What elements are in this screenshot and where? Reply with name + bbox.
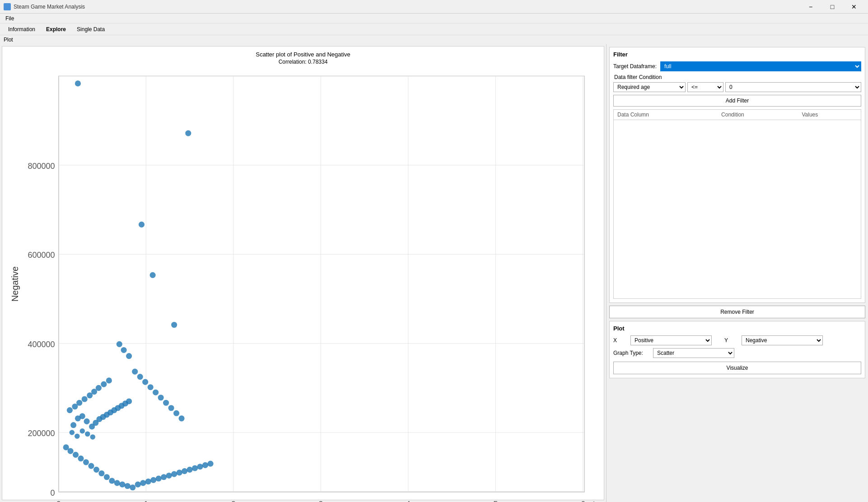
svg-point-100 — [173, 410, 179, 416]
column-select[interactable]: Required age Positive Negative Price DLC… — [613, 82, 686, 92]
svg-point-93 — [137, 374, 143, 380]
section-label: Plot — [0, 35, 868, 44]
app-title: Steam Game Market Analysis — [14, 4, 85, 10]
menu-file[interactable]: File — [2, 14, 18, 23]
svg-point-97 — [158, 395, 164, 400]
svg-point-87 — [70, 430, 75, 435]
svg-point-35 — [70, 422, 76, 428]
svg-point-59 — [67, 448, 73, 454]
svg-point-101 — [178, 415, 184, 421]
minimize-button[interactable]: − — [800, 0, 821, 13]
svg-point-98 — [163, 400, 169, 406]
svg-point-32 — [150, 272, 156, 278]
close-button[interactable]: ✕ — [844, 0, 864, 13]
svg-point-81 — [182, 468, 187, 474]
y-label: Y — [724, 337, 738, 344]
svg-point-70 — [125, 483, 131, 489]
filter-title: Filter — [613, 51, 861, 58]
svg-point-33 — [171, 322, 177, 328]
svg-point-37 — [84, 418, 90, 424]
svg-point-29 — [75, 80, 81, 86]
svg-point-103 — [121, 347, 127, 353]
remove-filter-button[interactable]: Remove Filter — [609, 306, 865, 318]
svg-text:5: 5 — [493, 500, 498, 502]
graph-type-select[interactable]: Scatter Line Bar — [653, 348, 734, 358]
svg-point-92 — [132, 369, 138, 375]
svg-point-83 — [192, 465, 198, 471]
svg-point-55 — [96, 385, 102, 391]
operator-select[interactable]: <= >= == != < > — [687, 82, 723, 92]
svg-point-74 — [145, 479, 151, 484]
value-select[interactable]: 0 — [725, 82, 861, 92]
svg-point-86 — [207, 461, 213, 467]
svg-point-94 — [142, 379, 148, 385]
svg-point-104 — [126, 353, 132, 359]
svg-point-89 — [80, 428, 85, 434]
svg-point-88 — [75, 434, 79, 439]
tab-information[interactable]: Information — [4, 25, 40, 34]
svg-point-61 — [78, 456, 84, 461]
y-axis-select[interactable]: Negative Positive Price — [742, 335, 823, 345]
scatter-svg: 0 200000 400000 600000 800000 0 1 2 3 4 … — [7, 69, 599, 502]
svg-point-77 — [161, 474, 167, 480]
maximize-button[interactable]: □ — [822, 0, 843, 13]
svg-point-64 — [93, 467, 99, 473]
svg-point-30 — [185, 130, 191, 136]
svg-point-67 — [109, 478, 115, 483]
svg-point-73 — [140, 480, 146, 486]
svg-text:0: 0 — [51, 488, 55, 497]
svg-point-52 — [82, 396, 88, 402]
svg-text:6: 6 — [581, 500, 585, 502]
svg-point-48 — [126, 398, 132, 404]
svg-point-84 — [197, 464, 203, 469]
svg-text:4: 4 — [406, 500, 411, 502]
svg-text:3: 3 — [318, 500, 323, 502]
window-controls: − □ ✕ — [800, 0, 864, 13]
add-filter-button[interactable]: Add Filter — [613, 95, 861, 107]
svg-point-60 — [73, 452, 79, 458]
graph-type-row: Graph Type: Scatter Line Bar — [613, 348, 861, 358]
plot-title: Scatter plot of Positive and Negative — [256, 51, 350, 58]
svg-point-95 — [148, 384, 154, 390]
svg-text:Negative: Negative — [10, 266, 20, 302]
svg-point-71 — [130, 484, 135, 490]
col-header-data-column: Data Column — [614, 110, 718, 120]
svg-point-31 — [139, 222, 145, 228]
svg-point-85 — [202, 462, 208, 468]
tab-single-data[interactable]: Single Data — [72, 25, 109, 34]
condition-input-row: Required age Positive Negative Price DLC… — [613, 82, 861, 92]
svg-point-96 — [153, 390, 159, 395]
svg-point-78 — [166, 473, 172, 479]
svg-point-69 — [119, 482, 125, 488]
svg-point-49 — [67, 407, 73, 413]
svg-point-62 — [83, 459, 89, 465]
svg-rect-0 — [59, 76, 584, 492]
filter-table: Data Column Condition Values — [614, 110, 861, 120]
svg-text:1e6: 1e6 — [592, 500, 599, 502]
col-header-condition: Condition — [718, 110, 798, 120]
svg-point-76 — [156, 475, 162, 481]
svg-point-72 — [135, 482, 141, 488]
svg-point-75 — [150, 477, 156, 483]
svg-text:400000: 400000 — [28, 340, 55, 349]
main-content: Scatter plot of Positive and Negative Co… — [0, 44, 868, 502]
xy-row: X Positive Negative Price Y Negative Pos… — [613, 335, 861, 345]
svg-text:1: 1 — [144, 500, 148, 502]
tab-explore[interactable]: Explore — [42, 25, 70, 34]
menu-bar: File — [0, 14, 868, 23]
svg-text:200000: 200000 — [28, 429, 55, 438]
title-bar: Steam Game Market Analysis − □ ✕ — [0, 0, 868, 14]
svg-point-65 — [98, 470, 104, 476]
target-df-select[interactable]: full train test — [660, 61, 861, 71]
svg-point-68 — [114, 480, 120, 486]
plot-controls-section: Plot X Positive Negative Price Y Negativ… — [609, 321, 865, 378]
condition-section-label: Data filter Condition — [613, 74, 861, 80]
scatter-container: 0 200000 400000 600000 800000 0 1 2 3 4 … — [7, 69, 599, 502]
svg-point-51 — [76, 400, 82, 406]
svg-text:800000: 800000 — [28, 162, 55, 171]
svg-text:600000: 600000 — [28, 251, 55, 260]
svg-point-91 — [90, 434, 95, 440]
x-axis-select[interactable]: Positive Negative Price — [630, 335, 712, 345]
svg-text:2: 2 — [231, 500, 236, 502]
visualize-button[interactable]: Visualize — [613, 362, 861, 374]
